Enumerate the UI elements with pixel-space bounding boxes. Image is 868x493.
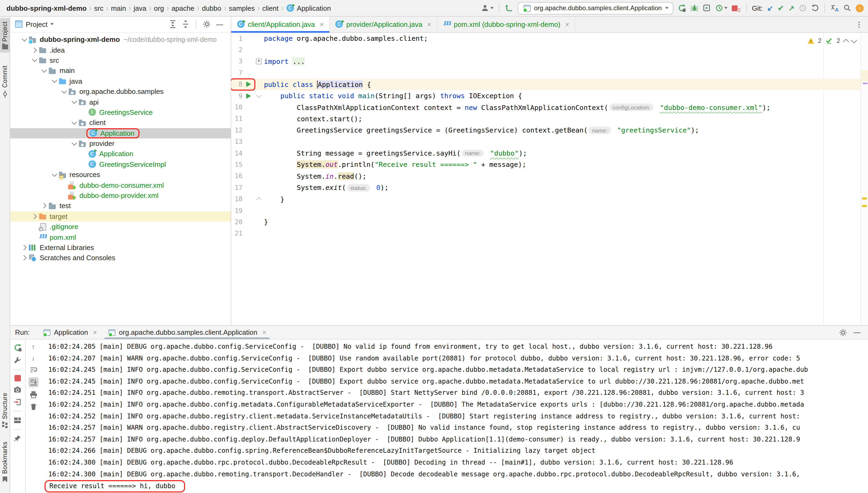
run-configuration-select[interactable]: org.apache.dubbo.samples.client.Applicat…: [518, 2, 673, 14]
chevron-right-icon[interactable]: [20, 246, 28, 250]
tree-item-resources[interactable]: resources: [10, 170, 231, 180]
fold-slot[interactable]: [255, 197, 263, 201]
rollback-icon[interactable]: [811, 4, 819, 12]
tree-item-GreetingsServiceImpl[interactable]: GreetingsServiceImpl: [10, 159, 231, 170]
chevron-right-icon[interactable]: [20, 256, 28, 260]
tree-item-dubbo-demo-provider.xml[interactable]: dubbo-demo-provider.xml: [10, 190, 231, 201]
pin-icon[interactable]: [14, 434, 21, 443]
scroll-to-end-button[interactable]: [28, 377, 38, 387]
settings-icon[interactable]: [203, 20, 211, 28]
breadcrumb-item[interactable]: src: [94, 4, 104, 12]
tree-item-api[interactable]: api: [10, 97, 231, 107]
breadcrumb-item[interactable]: samples: [229, 4, 255, 12]
run-line-button[interactable]: [242, 93, 255, 99]
tree-item-Scratches and Consoles[interactable]: Scratches and Consoles: [10, 253, 231, 263]
run-tab-Application[interactable]: Application×: [37, 326, 102, 339]
chevron-down-icon[interactable]: [40, 70, 48, 72]
chevron-down-icon[interactable]: [51, 23, 54, 25]
tree-item-.idea[interactable]: .idea: [10, 45, 231, 55]
breadcrumb-item[interactable]: apache: [171, 4, 194, 12]
tree-item-test[interactable]: test: [10, 201, 231, 211]
search-icon[interactable]: [843, 4, 851, 12]
console-output[interactable]: 16:02:24.205 [main] DEBUG org.apache.dub…: [41, 340, 868, 493]
coverage-icon[interactable]: [702, 4, 711, 12]
tree-item-.gitignore[interactable]: .gitignore: [10, 221, 231, 232]
profiler-button[interactable]: [715, 4, 727, 12]
editor-tab-client/Application.java[interactable]: client/Application.java×: [231, 16, 330, 32]
tool-button-project[interactable]: Project: [0, 18, 10, 52]
close-icon[interactable]: ×: [93, 328, 97, 336]
build-arrow-icon[interactable]: [505, 4, 514, 12]
translate-icon[interactable]: A: [830, 4, 839, 12]
ide-update-icon[interactable]: ↑: [856, 4, 864, 12]
breadcrumb-item[interactable]: java: [134, 4, 147, 12]
close-icon[interactable]: ×: [320, 20, 324, 28]
tab-options-icon[interactable]: ⋮: [856, 20, 868, 28]
thread-dump-camera-icon[interactable]: [14, 386, 21, 394]
editor-body[interactable]: 1package org.apache.dubbo.samples.client…: [231, 33, 868, 325]
chevron-down-icon[interactable]: [70, 143, 78, 145]
restore-layout-icon[interactable]: [14, 416, 21, 424]
breadcrumb-item[interactable]: dubbo: [202, 4, 221, 12]
tree-item-java[interactable]: java: [10, 76, 231, 86]
run-tab-org.apache.dubbo.samples.client.Application[interactable]: org.apache.dubbo.samples.client.Applicat…: [102, 326, 272, 339]
collapse-all-icon[interactable]: [182, 20, 189, 28]
git-commit-icon[interactable]: ✔: [778, 4, 784, 12]
soft-wrap-icon[interactable]: [29, 366, 37, 374]
breadcrumb-item[interactable]: main: [111, 4, 126, 12]
chevron-right-icon[interactable]: [30, 48, 38, 52]
tree-item-dubbo-spring-xml-demo[interactable]: dubbo-spring-xml-demo~/code/dubbo-spring…: [10, 34, 231, 45]
close-icon[interactable]: ×: [427, 20, 431, 28]
tree-item-Application[interactable]: Application: [10, 149, 231, 159]
debug-icon[interactable]: [690, 4, 698, 12]
fold-slot[interactable]: [255, 59, 263, 64]
run-line-button[interactable]: [242, 82, 255, 87]
tree-item-pom.xml[interactable]: pom.xml: [10, 232, 231, 242]
user-menu-button[interactable]: [481, 4, 494, 12]
tree-item-org.apache.dubbo.samples[interactable]: org.apache.dubbo.samples: [10, 86, 231, 97]
print-icon[interactable]: [29, 390, 37, 399]
chevron-down-icon[interactable]: [60, 90, 68, 92]
tree-item-client[interactable]: client: [10, 117, 231, 128]
down-stack-trace-icon[interactable]: ↓: [31, 355, 35, 362]
up-stack-trace-icon[interactable]: ↑: [31, 343, 35, 350]
fold-slot[interactable]: [255, 94, 263, 97]
chevron-down-icon[interactable]: [20, 38, 28, 41]
settings-icon[interactable]: [839, 328, 847, 337]
chevron-down-icon[interactable]: [50, 174, 58, 176]
expand-all-icon[interactable]: [169, 20, 176, 28]
tree-item-dubbo-demo-consumer.xml[interactable]: dubbo-demo-consumer.xml: [10, 180, 231, 190]
hide-panel-icon[interactable]: —: [853, 329, 861, 336]
stop-button[interactable]: 2: [732, 5, 741, 11]
tool-button-bookmarks[interactable]: Bookmarks: [0, 442, 10, 482]
warning-count[interactable]: 2: [818, 37, 821, 44]
chevron-right-icon[interactable]: [40, 204, 48, 208]
history-icon[interactable]: [799, 4, 807, 12]
tree-item-src[interactable]: src: [10, 55, 231, 66]
rerun-icon[interactable]: [677, 4, 686, 12]
breadcrumb-item[interactable]: Application: [297, 4, 331, 12]
git-update-icon[interactable]: ↙: [767, 4, 773, 12]
error-stripe[interactable]: [861, 33, 868, 325]
hide-panel-icon[interactable]: —: [216, 21, 223, 28]
close-icon[interactable]: ×: [565, 20, 569, 28]
rerun-icon[interactable]: [13, 343, 22, 352]
ok-count[interactable]: 2: [837, 37, 840, 44]
editor-tab-pom.xml (dubbo-spring-xml-demo)[interactable]: pom.xml (dubbo-spring-xml-demo)×: [437, 16, 576, 32]
close-icon[interactable]: ×: [262, 328, 266, 336]
chevron-down-icon[interactable]: [70, 122, 78, 124]
tree-item-Application[interactable]: Application: [10, 128, 231, 138]
chevron-down-icon[interactable]: [70, 101, 78, 103]
breadcrumb-item[interactable]: org: [154, 4, 164, 12]
tree-item-main[interactable]: main: [10, 65, 231, 76]
chevron-right-icon[interactable]: [30, 215, 38, 218]
stop-icon[interactable]: [14, 375, 21, 381]
tool-button-commit[interactable]: Commit: [0, 65, 10, 99]
breadcrumb-item[interactable]: client: [262, 4, 279, 12]
edit-configuration-wrench-icon[interactable]: [14, 356, 21, 365]
chevron-down-icon[interactable]: [30, 59, 38, 61]
clear-trash-icon[interactable]: [29, 403, 37, 411]
tree-item-target[interactable]: target: [10, 211, 231, 221]
attach-exit-icon[interactable]: [14, 398, 21, 406]
chevron-down-icon[interactable]: [50, 80, 58, 82]
